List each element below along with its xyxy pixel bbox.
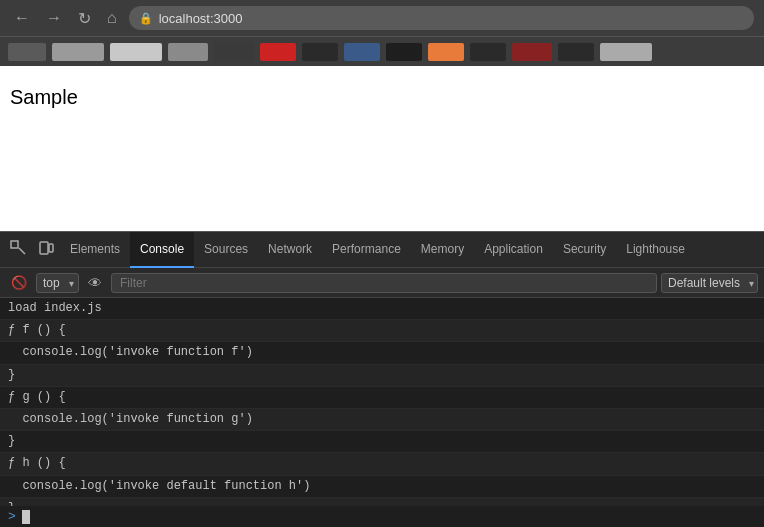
console-line: } [0, 498, 764, 506]
svg-rect-0 [11, 241, 18, 248]
browser-toolbar: ← → ↻ ⌂ 🔒 localhost:3000 [0, 0, 764, 36]
console-toolbar: 🚫 top 👁 Default levels [0, 268, 764, 298]
color-swatch [8, 43, 46, 61]
inspect-element-button[interactable] [4, 236, 32, 263]
tab-performance[interactable]: Performance [322, 232, 411, 268]
console-line: ƒ f () { [0, 320, 764, 342]
reload-button[interactable]: ↻ [74, 7, 95, 30]
console-output: load index.jsƒ f () { console.log('invok… [0, 298, 764, 506]
swatches-bar [0, 36, 764, 66]
color-swatch [110, 43, 162, 61]
tab-network[interactable]: Network [258, 232, 322, 268]
color-swatch [302, 43, 338, 61]
back-button[interactable]: ← [10, 7, 34, 29]
svg-rect-2 [40, 242, 48, 254]
toggle-device-button[interactable] [32, 236, 60, 263]
svg-rect-3 [49, 244, 53, 252]
context-selector-wrapper: top [36, 273, 79, 293]
devtools-panel: ElementsConsoleSourcesNetworkPerformance… [0, 231, 764, 527]
page-content: Sample [0, 66, 764, 231]
prompt-symbol: > [8, 509, 16, 524]
color-swatch [658, 43, 686, 61]
color-swatch [168, 43, 208, 61]
tab-application[interactable]: Application [474, 232, 553, 268]
color-swatch [428, 43, 464, 61]
tab-security[interactable]: Security [553, 232, 616, 268]
console-line: ƒ g () { [0, 387, 764, 409]
color-swatch [600, 43, 652, 61]
levels-select[interactable]: Default levels [661, 273, 758, 293]
color-swatch [344, 43, 380, 61]
color-swatch [558, 43, 594, 61]
console-line: ƒ h () { [0, 453, 764, 475]
eye-button[interactable]: 👁 [83, 273, 107, 293]
tab-lighthouse[interactable]: Lighthouse [616, 232, 695, 268]
console-line: console.log('invoke function f') [0, 342, 764, 364]
address-bar[interactable]: 🔒 localhost:3000 [129, 6, 754, 30]
color-swatch [260, 43, 296, 61]
devtools-tabbar: ElementsConsoleSourcesNetworkPerformance… [0, 232, 764, 268]
forward-button[interactable]: → [42, 7, 66, 29]
url-text: localhost:3000 [159, 11, 243, 26]
context-select[interactable]: top [36, 273, 79, 293]
console-line: } [0, 365, 764, 387]
svg-line-1 [19, 248, 25, 254]
levels-selector-wrapper: Default levels [661, 273, 758, 293]
tab-memory[interactable]: Memory [411, 232, 474, 268]
color-swatch [386, 43, 422, 61]
lock-icon: 🔒 [139, 12, 153, 25]
color-swatch [52, 43, 104, 61]
color-swatch [470, 43, 506, 61]
home-button[interactable]: ⌂ [103, 7, 121, 29]
tab-sources[interactable]: Sources [194, 232, 258, 268]
page-title: Sample [10, 86, 78, 108]
tab-elements[interactable]: Elements [60, 232, 130, 268]
console-line: } [0, 431, 764, 453]
clear-console-button[interactable]: 🚫 [6, 273, 32, 292]
console-line: console.log('invoke function g') [0, 409, 764, 431]
filter-input[interactable] [111, 273, 657, 293]
console-line: console.log('invoke default function h') [0, 476, 764, 498]
color-swatch [512, 43, 552, 61]
color-swatch [214, 43, 254, 61]
console-line: load index.js [0, 298, 764, 320]
tab-console[interactable]: Console [130, 232, 194, 268]
devtools-tabs: ElementsConsoleSourcesNetworkPerformance… [60, 232, 760, 268]
prompt-cursor [22, 510, 30, 524]
console-prompt[interactable]: > [0, 506, 764, 527]
